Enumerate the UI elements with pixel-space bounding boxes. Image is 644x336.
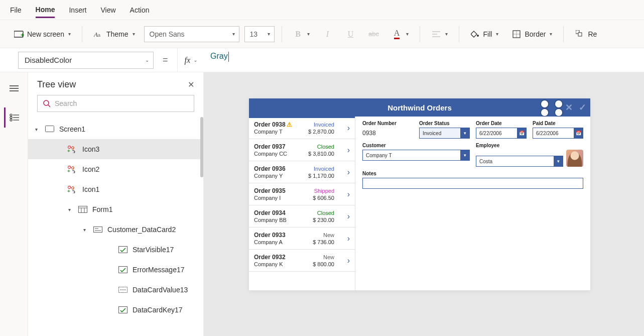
order-title: Order 0935 <box>254 187 286 194</box>
bold-button[interactable]: B▾ <box>289 27 314 41</box>
svg-text:+: + <box>67 188 70 193</box>
svg-text:A: A <box>94 31 98 38</box>
order-item[interactable]: Order 0932NewCompany K$ 800.00› <box>249 250 355 272</box>
formula-input[interactable]: Gray <box>203 52 644 69</box>
reorder-button[interactable]: Re <box>571 27 601 41</box>
font-value: Open Sans <box>150 30 185 38</box>
search-placeholder: Search <box>55 99 77 107</box>
chevron-down-icon: ▾ <box>496 31 498 37</box>
order-item[interactable]: Order 0935ShippedCompany I$ 606.50› <box>249 183 355 205</box>
equals-label: = <box>160 55 171 65</box>
ribbon: + New screen ▾ Aa Theme ▾ Open Sans ▾ 13… <box>0 20 644 48</box>
warning-icon: ⚠ <box>287 121 292 128</box>
tree-item-datacardvalue13[interactable]: DataCardValue13 <box>28 280 203 300</box>
order-item[interactable]: Order 0938⚠InvoicedCompany T$ 2,870.00› <box>249 117 355 139</box>
property-select[interactable]: DisabledColor ⌄ <box>18 52 154 69</box>
dots-icon <box>117 287 128 293</box>
font-select[interactable]: Open Sans ▾ <box>144 26 239 42</box>
menu-view[interactable]: View <box>100 2 115 18</box>
field-label: Order Status <box>419 121 470 126</box>
svg-rect-35 <box>119 247 127 253</box>
align-button[interactable]: ▾ <box>427 27 452 41</box>
new-screen-label: New screen <box>27 30 64 38</box>
tree-item-label: Customer_DataCard2 <box>107 226 176 234</box>
menu-insert[interactable]: Insert <box>69 2 86 18</box>
check-icon[interactable]: ✓ <box>579 102 586 113</box>
fill-button[interactable]: Fill ▾ <box>466 27 503 41</box>
order-amount: $ 800.00 <box>313 261 334 267</box>
order-item[interactable]: Order 0934ClosedCompany BB$ 230.00› <box>249 205 355 228</box>
tree-item-screen1[interactable]: ▾Screen1 <box>28 119 203 139</box>
svg-rect-28 <box>79 206 87 213</box>
field-label: Paid Date <box>533 121 583 126</box>
tree-item-errormessage17[interactable]: ErrorMessage17 <box>28 260 203 280</box>
chevron-right-icon: › <box>347 190 350 199</box>
canvas[interactable]: Northwind Orders ✕ ✓ Order 0938⚠Invoiced… <box>204 72 644 336</box>
svg-rect-21 <box>46 126 54 132</box>
menu-file[interactable]: File <box>10 2 22 18</box>
order-company: Company CC <box>254 151 287 157</box>
tree-item-customer_datacard2[interactable]: ▾Customer_DataCard2 <box>28 219 203 240</box>
underline-button[interactable]: U <box>342 27 360 41</box>
caret-icon: ▾ <box>83 227 88 233</box>
theme-button[interactable]: Aa Theme ▾ <box>89 27 139 41</box>
order-item[interactable]: Order 0936InvoicedCompany Y$ 1,170.00› <box>249 161 355 183</box>
svg-rect-12 <box>578 33 582 36</box>
order-title: Order 0934 <box>254 209 286 216</box>
menu-home[interactable]: Home <box>36 2 55 18</box>
chevron-down-icon: ▾ <box>445 31 448 37</box>
align-icon <box>431 29 441 39</box>
paid-date-input[interactable]: 6/22/2006📅 <box>533 128 583 139</box>
tree-item-datacardkey17[interactable]: DataCardKey17 <box>28 300 203 320</box>
close-icon[interactable]: ✕ <box>565 102 573 113</box>
field-label: Customer <box>362 143 470 148</box>
order-item[interactable]: Order 0933NewCompany A$ 736.00› <box>249 228 355 250</box>
order-list[interactable]: Order 0938⚠InvoicedCompany T$ 2,870.00›O… <box>249 117 355 290</box>
fx-label[interactable]: fx ⌄ <box>177 48 198 72</box>
font-size-value: 13 <box>250 30 258 38</box>
italic-button[interactable]: I <box>319 27 337 41</box>
tree-item-label: Icon3 <box>82 145 99 153</box>
search-input[interactable]: Search <box>37 95 194 112</box>
chevron-down-icon: ▾ <box>554 156 563 166</box>
order-status-select[interactable]: Invoiced▾ <box>419 128 470 139</box>
toggle-icon <box>117 266 128 273</box>
order-date-input[interactable]: 6/22/2006📅 <box>476 128 527 139</box>
customer-select[interactable]: Company T▾ <box>362 150 470 161</box>
order-status: Closed <box>317 210 334 216</box>
font-size-select[interactable]: 13 ▾ <box>244 26 275 42</box>
tree-item-icon2[interactable]: +Icon2 <box>28 159 203 179</box>
employee-select[interactable]: Costa▾ <box>476 156 563 167</box>
font-color-button[interactable]: A▾ <box>388 27 413 41</box>
order-company: Company T <box>254 129 283 135</box>
tree-view-button[interactable] <box>4 107 24 128</box>
detail-form: Order Number0938 Order StatusInvoiced▾ O… <box>355 117 590 290</box>
strikethrough-button[interactable]: abc <box>365 27 383 41</box>
text-cursor <box>228 52 229 62</box>
card-icon <box>92 227 103 233</box>
order-item[interactable]: Order 0937ClosedCompany CC$ 3,810.00› <box>249 139 355 161</box>
chevron-down-icon: ▾ <box>460 128 469 138</box>
chevron-down-icon: ▾ <box>460 150 469 160</box>
bold-icon: B <box>293 29 303 39</box>
chevron-right-icon: › <box>347 212 350 221</box>
notes-input[interactable] <box>362 178 583 189</box>
menu-action[interactable]: Action <box>130 2 150 18</box>
order-title: Order 0932 <box>254 254 286 261</box>
tree-item-icon1[interactable]: +Icon1 <box>28 179 203 199</box>
tree-item-form1[interactable]: ▾Form1 <box>28 199 203 219</box>
fill-label: Fill <box>483 30 492 38</box>
close-icon[interactable]: ✕ <box>188 80 194 89</box>
order-status: Invoiced <box>314 166 334 172</box>
svg-text:+: + <box>21 31 24 38</box>
scrollbar-thumb[interactable] <box>200 117 203 177</box>
selection-handles[interactable] <box>541 100 562 118</box>
border-button[interactable]: Border ▾ <box>507 27 556 41</box>
tree-item-starvisible17[interactable]: StarVisible17 <box>28 240 203 260</box>
app-preview: Northwind Orders ✕ ✓ Order 0938⚠Invoiced… <box>249 98 590 290</box>
order-amount: $ 230.00 <box>313 217 334 223</box>
tree-item-icon3[interactable]: +Icon3 <box>28 139 203 159</box>
icongroup-icon: + <box>67 185 78 193</box>
hamburger-button[interactable] <box>4 78 24 98</box>
new-screen-button[interactable]: + New screen ▾ <box>10 27 75 41</box>
